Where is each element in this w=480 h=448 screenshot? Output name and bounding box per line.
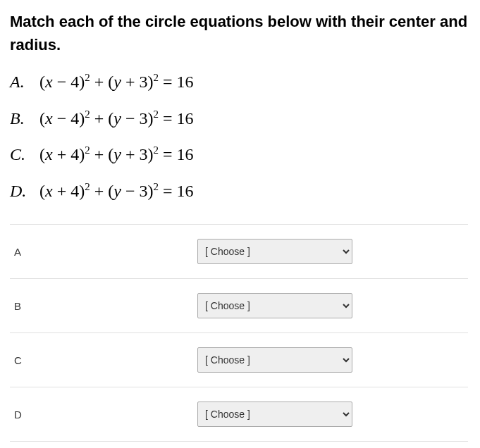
match-select-wrap-b: [ Choose ] — [197, 293, 352, 318]
equations-block: A. (x−4)2+(y+3)2=16 B. (x−4)2+(y−3)2=16 … — [10, 70, 470, 203]
equation-label: B. — [10, 107, 35, 131]
match-row-d: D [ Choose ] — [10, 387, 468, 442]
match-table: A [ Choose ] B [ Choose ] C [ Choose ] D… — [10, 224, 468, 442]
equation-a: A. (x−4)2+(y+3)2=16 — [10, 70, 470, 94]
match-row-c: C [ Choose ] — [10, 333, 468, 387]
match-select-wrap-a: [ Choose ] — [197, 239, 352, 264]
equation-label: C. — [10, 143, 35, 167]
equation-d: D. (x+4)2+(y−3)2=16 — [10, 180, 470, 204]
select-a[interactable]: [ Choose ] — [197, 239, 352, 264]
match-row-a: A [ Choose ] — [10, 225, 468, 279]
match-label-d: D — [14, 409, 197, 421]
select-c[interactable]: [ Choose ] — [197, 347, 352, 373]
match-label-b: B — [14, 300, 197, 312]
match-select-wrap-d: [ Choose ] — [197, 402, 352, 427]
equation-label: D. — [10, 180, 35, 204]
question-title: Match each of the circle equations below… — [10, 10, 470, 56]
match-label-a: A — [14, 246, 197, 258]
equation-c: C. (x+4)2+(y+3)2=16 — [10, 143, 470, 167]
equation-b: B. (x−4)2+(y−3)2=16 — [10, 107, 470, 131]
select-b[interactable]: [ Choose ] — [197, 293, 352, 318]
match-select-wrap-c: [ Choose ] — [197, 347, 352, 373]
equation-label: A. — [10, 70, 35, 94]
match-label-c: C — [14, 354, 197, 366]
match-row-b: B [ Choose ] — [10, 279, 468, 333]
select-d[interactable]: [ Choose ] — [197, 402, 352, 427]
